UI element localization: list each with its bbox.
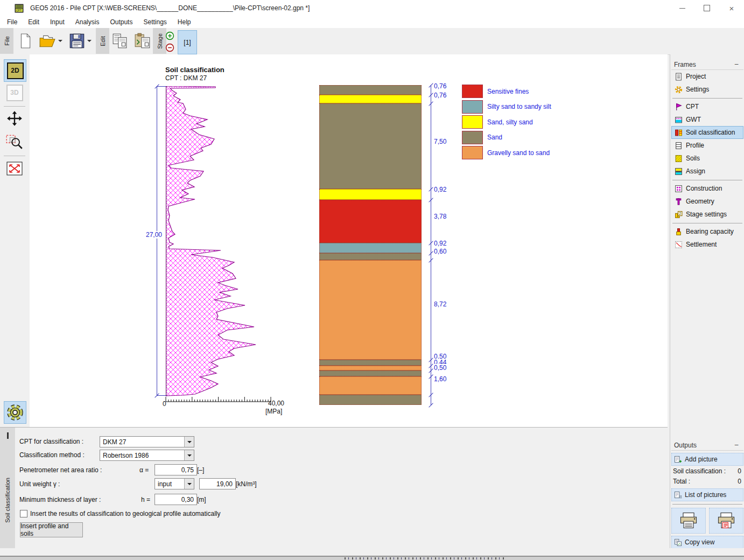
frame-item-soil-classification[interactable]: Soil classification xyxy=(671,126,743,139)
layer-thickness-label: 0,50 xyxy=(434,364,458,372)
view-3d-button[interactable]: 3D xyxy=(4,82,25,103)
print-button[interactable] xyxy=(671,508,706,534)
frame-item-stage-settings[interactable]: 12Stage settings xyxy=(671,208,743,221)
h-symbol: h = xyxy=(141,496,150,503)
open-file-button[interactable] xyxy=(38,30,64,52)
frame-item-label: Geometry xyxy=(686,198,714,205)
frame-item-label: Construction xyxy=(686,185,722,192)
method-select[interactable]: Robertson 1986 xyxy=(100,450,194,461)
menu-item-outputs[interactable]: Outputs xyxy=(104,17,138,27)
unit-weight-mode-select[interactable]: input xyxy=(155,478,194,489)
alpha-input[interactable]: 0,75 xyxy=(155,464,197,475)
insert-results-checkbox[interactable] xyxy=(20,510,27,517)
add-picture-button[interactable]: Add picture xyxy=(671,453,743,466)
frame-item-geometry[interactable]: Geometry xyxy=(671,195,743,208)
frame-item-construction[interactable]: Construction xyxy=(671,182,743,195)
title-bar: CPT GEO5 2016 - Pile CPT [X:\WEB-SCREENS… xyxy=(0,0,744,16)
frame-item-project[interactable]: Project xyxy=(671,70,743,83)
list-of-pictures-button[interactable]: List of pictures xyxy=(671,488,743,501)
axis-unit-label: [MPa] xyxy=(265,408,282,415)
save-button[interactable] xyxy=(67,30,94,52)
dropdown-arrow-icon[interactable] xyxy=(184,450,194,460)
legend-color-swatch xyxy=(462,100,483,114)
drawing-canvas[interactable]: Soil classification CPT : DKM 27 27,00 0… xyxy=(30,54,668,427)
view-2d-button[interactable]: 2D xyxy=(4,59,26,82)
legend-item: Silty sand to sandy silt xyxy=(462,100,551,114)
right-sidebar: Frames – ProjectSettingsCPTGWTSoil class… xyxy=(670,54,744,560)
frame-item-settings[interactable]: Settings xyxy=(671,83,743,96)
copy-button[interactable] xyxy=(110,30,130,52)
maximize-button[interactable] xyxy=(694,0,719,16)
menu-item-settings[interactable]: Settings xyxy=(138,17,172,27)
frame-item-settlement[interactable]: Settlement xyxy=(671,238,743,251)
insert-profile-and-soils-button[interactable]: Insert profile and soils xyxy=(20,522,83,537)
layer-thickness-label: 0,76 xyxy=(434,82,458,90)
fit-view-icon xyxy=(6,161,23,176)
app-window: CPT GEO5 2016 - Pile CPT [X:\WEB-SCREENS… xyxy=(0,0,744,560)
frame-tab-label: Soil classification xyxy=(2,454,13,546)
remove-stage-button[interactable] xyxy=(165,42,174,53)
layer-thickness-label: 0,60 xyxy=(434,248,458,255)
dropdown-arrow-icon[interactable] xyxy=(184,479,194,489)
print-selection-button[interactable] xyxy=(709,508,743,534)
open-dropdown-arrow-icon[interactable] xyxy=(58,40,62,44)
2d-icon: 2D xyxy=(7,62,24,79)
frame-item-label: Settlement xyxy=(686,241,717,248)
new-file-button[interactable] xyxy=(16,30,34,52)
outputs-minimize-button[interactable]: – xyxy=(733,441,740,449)
menu-item-analysis[interactable]: Analysis xyxy=(70,17,105,27)
soil-layer xyxy=(319,200,422,243)
left-toolbar: 2D 3D xyxy=(0,54,30,427)
fit-view-button[interactable] xyxy=(4,158,25,179)
legend-color-swatch xyxy=(462,146,483,159)
frame-item-label: CPT xyxy=(686,103,699,110)
profile-icon xyxy=(675,142,683,150)
zoom-window-button[interactable] xyxy=(4,131,25,152)
frames-header: Frames – xyxy=(671,59,743,70)
menu-item-help[interactable]: Help xyxy=(172,17,196,27)
min-thickness-input[interactable]: 0,30 xyxy=(155,494,197,505)
net-area-ratio-label: Penetrometer net area ratio : xyxy=(19,466,102,474)
soil-layer xyxy=(319,366,422,370)
copy-view-button[interactable]: Copy view xyxy=(671,536,743,549)
layer-thickness-label: 0,92 xyxy=(434,240,458,247)
close-button[interactable]: × xyxy=(719,0,744,16)
menu-item-edit[interactable]: Edit xyxy=(23,17,45,27)
frames-minimize-button[interactable]: – xyxy=(733,60,740,68)
status-bar xyxy=(0,548,744,556)
window-title: GEO5 2016 - Pile CPT [X:\WEB-SCREENS\___… xyxy=(30,4,310,12)
frame-collapse-handle[interactable] xyxy=(7,432,9,439)
frame-item-soils[interactable]: Soils xyxy=(671,152,743,165)
frame-item-profile[interactable]: Profile xyxy=(671,139,743,152)
chart-subtitle: CPT : DKM 27 xyxy=(165,74,207,82)
layer-dimension-line xyxy=(431,85,431,405)
stage-1-button[interactable]: [1] xyxy=(178,30,197,54)
toolbar-group-file: File xyxy=(0,28,13,54)
pan-button[interactable] xyxy=(4,108,25,129)
geometry-icon xyxy=(675,198,683,206)
add-stage-button[interactable] xyxy=(165,30,174,41)
minimize-button[interactable] xyxy=(670,0,694,16)
cpt-for-classification-label: CPT for classification : xyxy=(19,438,83,445)
taskbar-edge xyxy=(0,556,744,560)
menu-bar: FileEditInputAnalysisOutputsSettingsHelp xyxy=(0,16,744,28)
legend-label: Silty sand to sandy silt xyxy=(487,103,551,110)
copy-view-icon xyxy=(674,538,682,547)
save-dropdown-arrow-icon[interactable] xyxy=(87,40,92,44)
soil-layer xyxy=(319,395,422,405)
alpha-symbol: α = xyxy=(139,466,149,474)
list-of-pictures-icon xyxy=(674,491,682,499)
frame-item-gwt[interactable]: GWT xyxy=(671,113,743,126)
settings-gear-button[interactable] xyxy=(4,401,26,424)
frame-item-assign[interactable]: Assign xyxy=(671,165,743,178)
menu-item-file[interactable]: File xyxy=(2,17,23,27)
unit-weight-input[interactable]: 19,00 xyxy=(199,478,236,489)
frame-item-bearing-capacity[interactable]: Bearing capacity xyxy=(671,225,743,238)
paste-button[interactable] xyxy=(132,30,153,52)
cpt-select[interactable]: DKM 27 xyxy=(100,436,194,447)
menu-item-input[interactable]: Input xyxy=(45,17,70,27)
frame-item-cpt[interactable]: CPT xyxy=(671,100,743,113)
legend-color-swatch xyxy=(462,85,483,98)
dropdown-arrow-icon[interactable] xyxy=(184,437,194,447)
layer-thickness-label: 0,76 xyxy=(434,92,458,99)
